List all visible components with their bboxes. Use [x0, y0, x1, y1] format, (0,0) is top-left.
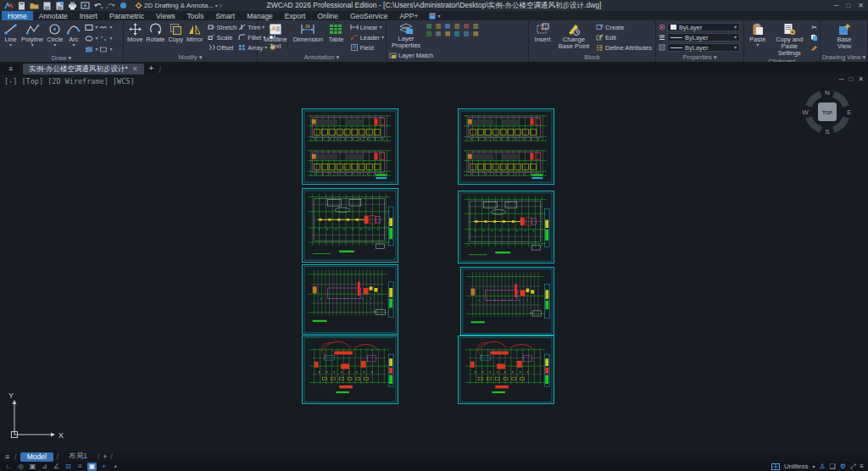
- doc-tab-close-icon[interactable]: ✕: [132, 65, 138, 73]
- tab-app-plus[interactable]: APP+: [393, 11, 424, 20]
- preview-icon[interactable]: [81, 2, 90, 10]
- copy-paste-settings-button[interactable]: Copy and Paste Settings: [771, 22, 809, 58]
- table-button[interactable]: Table: [326, 22, 346, 44]
- copy-button[interactable]: Copy: [167, 22, 184, 44]
- cloud-icon[interactable]: [119, 2, 128, 10]
- layer-match-button[interactable]: Layer Match: [389, 51, 437, 61]
- fullscreen-icon[interactable]: ⤢: [850, 463, 855, 471]
- tab-smart[interactable]: Smart: [209, 11, 241, 20]
- circle-button[interactable]: Circle▾: [46, 22, 64, 47]
- edit-block-button[interactable]: Edit: [596, 32, 652, 42]
- viewport-controls[interactable]: [-] [Top] [2D Wireframe] [WCS]: [4, 77, 135, 86]
- field-button[interactable]: Field: [350, 42, 384, 53]
- tab-home[interactable]: Home: [2, 11, 33, 20]
- layout-menu-hamburger-icon[interactable]: ≡: [3, 452, 11, 461]
- doc-minimize-button[interactable]: ─: [839, 75, 844, 83]
- plan-sheet-2[interactable]: [458, 108, 554, 185]
- plan-sheet-7[interactable]: [302, 335, 398, 404]
- lineweight-toggle-icon[interactable]: ≡: [75, 463, 85, 471]
- cut-scissors-icon[interactable]: ✂: [811, 22, 817, 32]
- new-file-icon[interactable]: [17, 2, 26, 10]
- plot-printer-icon[interactable]: [68, 2, 77, 10]
- model-tab[interactable]: Model: [20, 452, 53, 462]
- tab-views[interactable]: Views: [150, 11, 181, 20]
- color-dropdown[interactable]: ByLayer▾: [667, 23, 740, 31]
- esnap-toggle-icon[interactable]: ⊡: [64, 463, 73, 471]
- drawing-canvas[interactable]: [-] [Top] [2D Wireframe] [WCS] ─ □ ✕ TOP…: [0, 75, 868, 452]
- units-indicator[interactable]: Unitless: [784, 463, 808, 470]
- tab-geoservice[interactable]: GeoService: [344, 11, 393, 20]
- define-attributes-button[interactable]: Define Attributes: [596, 42, 652, 53]
- create-block-button[interactable]: Create: [596, 22, 652, 32]
- plan-sheet-6[interactable]: [460, 267, 554, 335]
- panel-label-block[interactable]: Block: [529, 53, 655, 62]
- ortho-toggle-icon[interactable]: ⊿: [40, 463, 49, 471]
- coords-toggle-icon[interactable]: ∟: [4, 463, 14, 471]
- match-brush-icon[interactable]: [810, 42, 818, 53]
- multiline-text-button[interactable]: A Multiline Text: [260, 22, 291, 51]
- mirror-button[interactable]: Mirror: [186, 22, 204, 44]
- linetype-dropdown[interactable]: ByLayer▾: [667, 33, 740, 42]
- undo-icon[interactable]: ▾: [93, 2, 103, 10]
- redo-icon[interactable]: ▾: [106, 2, 115, 10]
- scale-button[interactable]: Scale: [208, 32, 237, 42]
- dynamic-input-toggle-icon[interactable]: ▪: [111, 463, 120, 471]
- tab-tools[interactable]: Tools: [181, 11, 210, 20]
- plan-sheet-8[interactable]: [458, 335, 554, 404]
- copy-clip-icon[interactable]: [810, 32, 818, 42]
- polyline-button[interactable]: Polyline▾: [20, 22, 44, 47]
- move-button[interactable]: Move: [126, 22, 143, 44]
- osnap-toggle-icon[interactable]: ◎: [16, 463, 25, 471]
- plan-sheet-5[interactable]: [302, 264, 398, 335]
- dimension-button[interactable]: 24 Dimension: [292, 22, 325, 44]
- insert-block-button[interactable]: Insert: [531, 22, 554, 44]
- tab-insert[interactable]: Insert: [74, 11, 103, 20]
- workspace-switcher[interactable]: 2D Drafting & Annota... ▾ ▿: [135, 2, 222, 9]
- layer-tools-icons[interactable]: ▤▥ ▤▥ ▤▥ ▥▤ ▤▥ ▥▤: [425, 22, 480, 37]
- document-tab[interactable]: 实例-办公楼空调通风初步设计* ✕: [23, 64, 143, 75]
- doc-close-button[interactable]: ✕: [858, 75, 864, 83]
- new-layout-button[interactable]: +: [103, 452, 107, 461]
- panel-label-modify[interactable]: Modify ▾: [124, 53, 257, 62]
- lineweight-dropdown[interactable]: ByLayer▾: [667, 43, 740, 52]
- tab-manage[interactable]: Manage: [241, 11, 279, 20]
- stretch-button[interactable]: Stretch: [208, 22, 237, 32]
- clean-screen-icon[interactable]: ❏: [830, 463, 836, 470]
- arc-button[interactable]: Arc▾: [65, 22, 81, 47]
- doc-menu-hamburger-icon[interactable]: ≡: [3, 64, 18, 73]
- tab-export[interactable]: Export: [279, 11, 312, 20]
- line-button[interactable]: Line▾: [3, 22, 19, 47]
- status-menu-hamburger-icon[interactable]: ≡: [860, 463, 864, 470]
- save-icon[interactable]: [42, 2, 52, 10]
- panel-label-draw[interactable]: Draw ▾: [0, 54, 123, 62]
- plan-sheet-4[interactable]: [458, 191, 554, 263]
- doc-restore-button[interactable]: □: [849, 75, 853, 83]
- new-document-tab-button[interactable]: +: [149, 64, 154, 73]
- view-compass[interactable]: TOP N S W E: [801, 86, 854, 141]
- layout1-tab[interactable]: 布局1: [62, 452, 94, 462]
- panel-label-properties[interactable]: Properties ▾: [656, 53, 743, 62]
- crosshair-toggle-icon[interactable]: +: [99, 463, 108, 471]
- tab-parametric[interactable]: Parametric: [103, 11, 150, 20]
- plan-sheet-1[interactable]: [302, 108, 398, 185]
- tab-online[interactable]: Online: [311, 11, 344, 20]
- maximize-button[interactable]: □: [846, 2, 850, 9]
- minimize-button[interactable]: ─: [834, 2, 839, 9]
- tab-annotate[interactable]: Annotate: [33, 11, 74, 20]
- close-button[interactable]: ✕: [858, 2, 864, 9]
- pin-icon[interactable]: ▿: [220, 3, 223, 9]
- grid-toggle-icon[interactable]: ▣: [28, 463, 37, 471]
- selection-cycling-toggle-icon[interactable]: ▣: [87, 463, 97, 471]
- polar-toggle-icon[interactable]: ∠: [52, 463, 61, 471]
- linear-dim-button[interactable]: Linear ▾: [350, 22, 384, 32]
- open-folder-icon[interactable]: [30, 2, 39, 10]
- ribbon-display-toggle[interactable]: ▾: [424, 11, 445, 20]
- units-caret-icon[interactable]: ▾: [812, 465, 815, 468]
- layer-properties-button[interactable]: Layer Properties: [389, 22, 423, 50]
- save-as-icon[interactable]: [55, 2, 64, 10]
- paste-button[interactable]: Paste▾: [747, 22, 769, 47]
- settings-gear-icon[interactable]: ⚙: [840, 463, 846, 470]
- plan-sheet-3[interactable]: [302, 188, 398, 263]
- base-view-button[interactable]: Base View: [832, 22, 857, 51]
- rotate-button[interactable]: Rotate: [145, 22, 165, 44]
